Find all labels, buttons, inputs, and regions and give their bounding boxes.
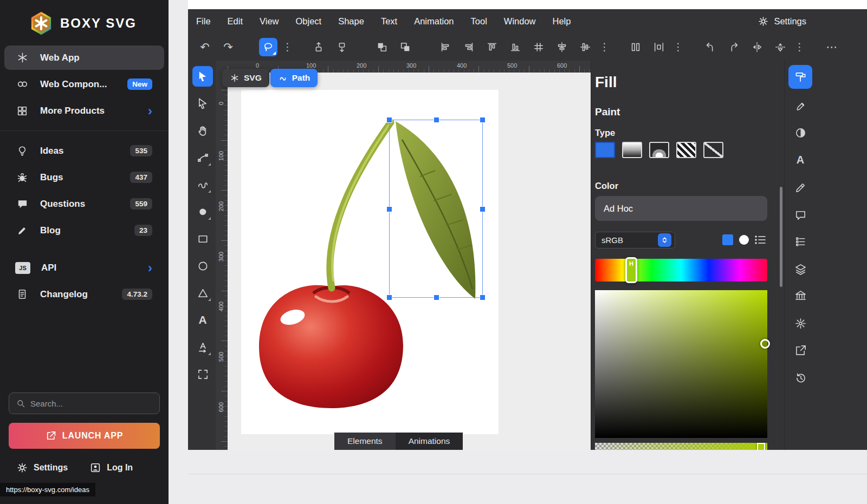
fullscreen-tool[interactable] — [192, 364, 213, 384]
search-input[interactable] — [30, 399, 153, 408]
sidebar-item-more-products[interactable]: More Products › — [0, 99, 169, 123]
distribute-columns-button[interactable] — [626, 38, 645, 56]
flip-vertical-button[interactable] — [771, 38, 790, 56]
menu-object[interactable]: Object — [296, 16, 322, 27]
ellipse-tool[interactable] — [192, 256, 213, 276]
paint-type-none[interactable] — [703, 142, 723, 158]
compositing-panel-button[interactable] — [790, 122, 811, 143]
pan-tool[interactable] — [192, 120, 213, 141]
align-top-button[interactable] — [483, 38, 501, 56]
login-button[interactable]: Log In — [89, 462, 133, 474]
menu-view[interactable]: View — [260, 16, 279, 27]
menu-text[interactable]: Text — [381, 16, 397, 27]
selection-handle-se[interactable] — [480, 295, 485, 300]
lower-object-button[interactable] — [333, 38, 351, 56]
select-tool[interactable] — [192, 66, 213, 87]
alpha-slider[interactable] — [595, 443, 767, 450]
stroke-panel-button[interactable] — [790, 95, 811, 117]
color-wheel-mode[interactable] — [739, 235, 749, 245]
history-panel-button[interactable] — [790, 367, 811, 389]
saturation-value-picker[interactable] — [595, 290, 767, 438]
tool-options-menu[interactable]: ⋮ — [282, 41, 291, 53]
sidebar-item-ideas[interactable]: Ideas 535 — [0, 139, 169, 163]
app-settings-button[interactable]: Settings — [758, 16, 806, 27]
sidebar-item-web-components[interactable]: Web Compon... New — [0, 72, 169, 96]
sidebar-item-changelog[interactable]: Changelog 4.73.2 — [0, 282, 169, 306]
settings-button[interactable]: Settings — [16, 462, 68, 474]
fill-panel-button[interactable] — [788, 65, 812, 89]
text-on-path-tool[interactable] — [192, 337, 213, 357]
sidebar-item-web-app[interactable]: Web App — [4, 45, 164, 70]
center-horizontal-button[interactable] — [553, 38, 571, 56]
center-vertical-button[interactable] — [576, 38, 594, 56]
comments-panel-button[interactable] — [790, 204, 811, 226]
distribute-horizontal-button[interactable] — [650, 38, 668, 56]
layers-panel-button[interactable] — [790, 258, 811, 280]
sidebar-item-api[interactable]: JS API › — [0, 256, 169, 280]
polygon-tool[interactable] — [192, 283, 213, 303]
colorspace-select[interactable]: sRGB — [595, 232, 675, 248]
redo-button[interactable]: ↷ — [219, 38, 237, 56]
direct-select-tool[interactable] — [192, 93, 213, 114]
tab-elements[interactable]: Elements — [334, 433, 396, 450]
menu-animation[interactable]: Animation — [414, 16, 454, 27]
edit-points-tool[interactable] — [192, 147, 213, 168]
defs-panel-button[interactable] — [790, 231, 811, 252]
hue-slider[interactable]: H — [595, 259, 767, 282]
distribute-options-menu[interactable]: ⋮ — [673, 41, 682, 53]
selection-handle-sw[interactable] — [387, 295, 392, 300]
raise-object-button[interactable] — [309, 38, 328, 56]
hue-slider-handle[interactable]: H — [625, 257, 637, 283]
export-panel-button[interactable] — [790, 339, 811, 361]
send-to-back-button[interactable] — [396, 38, 415, 56]
breadcrumb-svg[interactable]: SVG — [222, 69, 269, 87]
selection-handle-ne[interactable] — [480, 117, 485, 122]
pen-spiro-tool[interactable] — [192, 174, 213, 195]
palette-select[interactable]: Ad Hoc — [595, 196, 767, 221]
breadcrumb-path[interactable]: Path — [270, 69, 318, 87]
align-grid-button[interactable] — [529, 38, 548, 56]
align-options-menu[interactable]: ⋮ — [599, 41, 608, 53]
sidebar-item-bugs[interactable]: Bugs 437 — [0, 165, 169, 189]
selection-handle-n[interactable] — [434, 117, 439, 122]
launch-app-button[interactable]: LAUNCH APP — [9, 423, 160, 449]
flip-horizontal-button[interactable] — [748, 38, 766, 56]
sidebar-item-questions[interactable]: Questions 559 — [0, 192, 169, 216]
transform-options-menu[interactable]: ⋮ — [794, 41, 803, 53]
lasso-tool-button[interactable] — [259, 38, 277, 56]
align-right-button[interactable] — [460, 38, 478, 56]
selection-handle-w[interactable] — [387, 207, 392, 212]
paint-type-radial-gradient[interactable] — [649, 142, 669, 158]
align-left-button[interactable] — [436, 38, 455, 56]
rotate-left-button[interactable] — [701, 38, 720, 56]
paint-type-pattern[interactable] — [676, 142, 696, 158]
undo-button[interactable]: ↶ — [196, 38, 214, 56]
menu-window[interactable]: Window — [504, 16, 536, 27]
generators-panel-button[interactable] — [790, 312, 811, 334]
menu-file[interactable]: File — [196, 16, 211, 27]
alpha-slider-handle[interactable] — [757, 443, 765, 450]
menu-shape[interactable]: Shape — [338, 16, 364, 27]
bring-to-front-button[interactable] — [373, 38, 391, 56]
library-panel-button[interactable] — [790, 285, 811, 306]
blob-tool[interactable] — [192, 201, 213, 222]
selection-handle-nw[interactable] — [387, 117, 392, 122]
paint-type-linear-gradient[interactable] — [622, 142, 642, 158]
rotate-right-button[interactable] — [724, 38, 743, 56]
paint-type-solid[interactable] — [595, 142, 615, 158]
selection-handle-e[interactable] — [480, 207, 485, 212]
canvas-artboard[interactable] — [241, 90, 499, 434]
tab-animations[interactable]: Animations — [396, 433, 463, 450]
color-list-mode[interactable] — [754, 234, 767, 245]
panel-scrollbar[interactable] — [780, 187, 782, 287]
align-bottom-button[interactable] — [506, 38, 525, 56]
menu-help[interactable]: Help — [553, 16, 571, 27]
canvas-workspace[interactable] — [228, 73, 591, 450]
saturation-value-handle[interactable] — [760, 339, 770, 349]
sidebar-item-blog[interactable]: Blog 23 — [0, 218, 169, 243]
text-tool[interactable]: A — [192, 310, 213, 330]
menu-tool[interactable]: Tool — [471, 16, 487, 27]
rectangle-tool[interactable] — [192, 228, 213, 249]
toolbar-overflow-button[interactable]: ⋯ — [823, 38, 841, 56]
selection-handle-s[interactable] — [434, 295, 439, 300]
